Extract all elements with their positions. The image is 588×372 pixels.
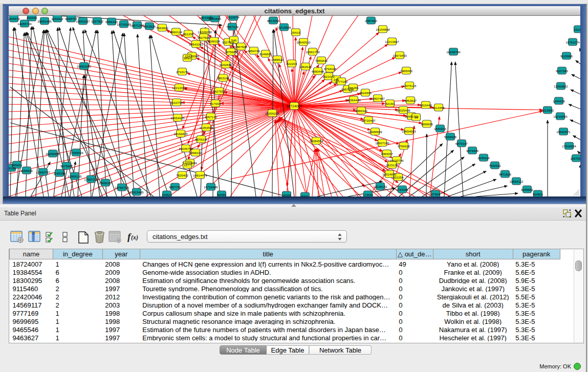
- svg-text:1145194: 1145194: [53, 171, 66, 175]
- svg-text:18724007: 18724007: [286, 104, 302, 108]
- svg-text:(x): (x): [131, 234, 138, 241]
- svg-text:2867608: 2867608: [235, 45, 248, 49]
- svg-text:6794028: 6794028: [324, 67, 337, 71]
- svg-text:10671355: 10671355: [130, 24, 144, 27]
- svg-text:2633866: 2633866: [209, 17, 222, 20]
- svg-text:20091406: 20091406: [37, 19, 52, 23]
- svg-text:19654923: 19654923: [402, 129, 416, 133]
- svg-text:13226058: 13226058: [198, 30, 212, 34]
- svg-text:19654925: 19654925: [170, 116, 185, 120]
- svg-text:8878334: 8878334: [195, 138, 208, 141]
- svg-text:19384554: 19384554: [309, 139, 323, 143]
- svg-text:5938928: 5938928: [444, 135, 457, 139]
- svg-text:25419: 25419: [291, 31, 300, 34]
- svg-text:25300265: 25300265: [265, 112, 279, 115]
- svg-text:1527602: 1527602: [91, 19, 104, 23]
- svg-text:92450: 92450: [217, 193, 226, 196]
- svg-text:985061: 985061: [12, 163, 23, 167]
- svg-text:44: 44: [415, 116, 418, 119]
- svg-text:8454749: 8454749: [248, 49, 260, 53]
- svg-text:10654112: 10654112: [509, 180, 524, 183]
- svg-text:8498222: 8498222: [189, 151, 202, 155]
- svg-text:16210643: 16210643: [553, 115, 568, 118]
- svg-text:6466160: 6466160: [105, 20, 118, 24]
- svg-text:11353594: 11353594: [199, 126, 213, 129]
- svg-text:20364436: 20364436: [346, 98, 361, 102]
- svg-text:10120746: 10120746: [389, 159, 404, 162]
- svg-text:17957225: 17957225: [84, 178, 98, 181]
- svg-text:1577: 1577: [184, 163, 191, 167]
- svg-text:1615132: 1615132: [386, 163, 399, 167]
- svg-text:10973493: 10973493: [393, 54, 407, 57]
- svg-text:1167533: 1167533: [570, 157, 580, 160]
- svg-text:12942757: 12942757: [36, 170, 50, 174]
- svg-text:10025438: 10025438: [396, 108, 410, 112]
- svg-text:8731: 8731: [301, 194, 309, 197]
- svg-text:8119074: 8119074: [227, 15, 239, 19]
- svg-text:39159: 39159: [9, 166, 16, 170]
- svg-text:18807249: 18807249: [375, 141, 389, 145]
- svg-text:8813054: 8813054: [267, 19, 280, 23]
- svg-text:8213953: 8213953: [541, 108, 554, 112]
- svg-text:19166825: 19166825: [173, 132, 188, 136]
- svg-text:6879197: 6879197: [455, 142, 468, 145]
- svg-text:546: 546: [231, 38, 237, 42]
- svg-text:252254: 252254: [393, 176, 404, 179]
- svg-text:14055724: 14055724: [17, 22, 32, 26]
- svg-text:173646: 173646: [363, 193, 374, 196]
- svg-text:18640910: 18640910: [296, 40, 311, 44]
- svg-text:12923465: 12923465: [129, 190, 144, 194]
- svg-text:3875685: 3875685: [225, 50, 237, 54]
- svg-text:9463627: 9463627: [404, 99, 417, 102]
- svg-text:7625402: 7625402: [176, 173, 189, 177]
- svg-text:822203: 822203: [287, 62, 297, 65]
- svg-text:9527506: 9527506: [198, 36, 210, 39]
- svg-text:7485063: 7485063: [400, 69, 413, 73]
- svg-text:15720407: 15720407: [361, 119, 376, 122]
- svg-text:8186328: 8186328: [208, 39, 221, 43]
- svg-text:9699695: 9699695: [421, 122, 433, 126]
- svg-text:10543362: 10543362: [189, 42, 203, 46]
- svg-text:104521: 104521: [162, 193, 172, 196]
- svg-text:7663822: 7663822: [156, 26, 169, 30]
- svg-text:12975115: 12975115: [402, 84, 417, 87]
- svg-text:12905135: 12905135: [68, 174, 82, 178]
- svg-text:9815449: 9815449: [420, 103, 432, 107]
- svg-text:1640933: 1640933: [434, 127, 447, 130]
- svg-text:8990448: 8990448: [312, 70, 324, 73]
- svg-text:2935114: 2935114: [477, 156, 490, 160]
- svg-text:16914479: 16914479: [193, 173, 207, 177]
- svg-text:8471626: 8471626: [499, 172, 512, 176]
- svg-text:10653267: 10653267: [76, 19, 90, 23]
- svg-text:2087682: 2087682: [365, 19, 378, 23]
- svg-text:11124: 11124: [574, 28, 580, 31]
- svg-text:1733342: 1733342: [396, 188, 409, 191]
- svg-text:8267130: 8267130: [205, 115, 217, 119]
- svg-text:9113468: 9113468: [432, 106, 445, 110]
- svg-text:18355: 18355: [282, 193, 291, 197]
- svg-text:9242848: 9242848: [220, 63, 232, 67]
- svg-text:7632621: 7632621: [489, 164, 502, 167]
- svg-text:12213967: 12213967: [385, 40, 399, 43]
- svg-text:20206555: 20206555: [46, 152, 60, 156]
- svg-text:8427552: 8427552: [213, 90, 226, 93]
- svg-text:9777169: 9777169: [335, 80, 348, 83]
- svg-text:9146821: 9146821: [259, 52, 272, 56]
- svg-text:16648784: 16648784: [446, 50, 461, 54]
- svg-text:1362615: 1362615: [299, 65, 312, 69]
- svg-text:20053346: 20053346: [77, 64, 91, 68]
- svg-text:1010755: 1010755: [170, 101, 183, 104]
- svg-text:16046798: 16046798: [179, 147, 193, 150]
- svg-text:14136141: 14136141: [373, 185, 387, 188]
- svg-text:16154808: 16154808: [376, 28, 390, 31]
- svg-text:10807487: 10807487: [371, 97, 385, 100]
- svg-text:924501: 924501: [533, 192, 543, 196]
- svg-text:12213369: 12213369: [172, 86, 186, 90]
- svg-text:9245652: 9245652: [521, 188, 534, 191]
- svg-text:9756928: 9756928: [398, 144, 410, 148]
- svg-text:1156829: 1156829: [20, 169, 33, 172]
- svg-text:10961758: 10961758: [306, 50, 320, 54]
- svg-text:817004: 817004: [210, 102, 221, 105]
- svg-text:3624554: 3624554: [359, 91, 372, 95]
- svg-text:9227343: 9227343: [556, 69, 569, 73]
